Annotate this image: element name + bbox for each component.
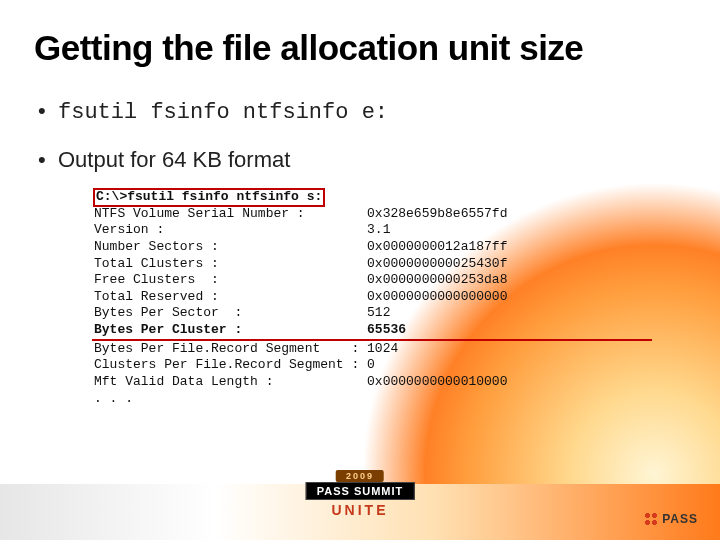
code-row: NTFS Volume Serial Number : 0x328e659b8e… xyxy=(92,206,652,223)
pass-logo-icon xyxy=(644,512,658,526)
code-row: Number Sectors : 0x0000000012a187ff xyxy=(92,239,652,256)
code-value: 0x0000000000010000 xyxy=(367,374,507,389)
code-value: 0x328e659b8e6557fd xyxy=(367,206,507,221)
code-row: Mft Valid Data Length : 0x00000000000100… xyxy=(92,374,652,391)
code-label: Free Clusters : xyxy=(94,272,367,287)
code-label: Version : xyxy=(94,222,367,237)
code-value: 0x0000000012a187ff xyxy=(367,239,507,254)
conference-badge: 2009 PASS SUMMIT UNITE xyxy=(306,465,415,518)
code-row: Version : 3.1 xyxy=(92,222,652,239)
code-label: Mft Valid Data Length : xyxy=(94,374,367,389)
pass-logo-text: PASS xyxy=(662,512,698,526)
bullet-list: fsutil fsinfo ntfsinfo e: Output for 64 … xyxy=(34,98,686,173)
code-prompt: C:\>fsutil fsinfo ntfsinfo s: xyxy=(94,189,324,206)
code-label: Clusters Per File.Record Segment : xyxy=(94,357,367,372)
code-label: Total Reserved : xyxy=(94,289,367,304)
badge-main: PASS SUMMIT xyxy=(306,482,415,500)
code-value: 0x0000000000253da8 xyxy=(367,272,507,287)
code-label: Total Clusters : xyxy=(94,256,367,271)
code-value: 1024 xyxy=(367,341,398,356)
bullet-output: Output for 64 KB format xyxy=(34,147,686,173)
code-ellipsis: . . . xyxy=(92,391,652,408)
code-value: 0x0000000000000000 xyxy=(367,289,507,304)
code-row: Bytes Per File.Record Segment : 1024 xyxy=(92,341,652,358)
badge-year: 2009 xyxy=(336,470,384,482)
code-output-block: C:\>fsutil fsinfo ntfsinfo s: NTFS Volum… xyxy=(92,189,652,407)
code-prompt-line: C:\>fsutil fsinfo ntfsinfo s: xyxy=(92,189,652,206)
code-value: 65536 xyxy=(367,322,406,337)
code-row: Total Reserved : 0x0000000000000000 xyxy=(92,289,652,306)
bullet-command: fsutil fsinfo ntfsinfo e: xyxy=(34,98,686,125)
code-label: NTFS Volume Serial Number : xyxy=(94,206,367,221)
code-value: 3.1 xyxy=(367,222,390,237)
output-label: Output for 64 KB format xyxy=(58,147,290,172)
code-label: Bytes Per File.Record Segment : xyxy=(94,341,367,356)
code-label: Bytes Per Cluster : xyxy=(94,322,367,337)
pass-logo: PASS xyxy=(644,512,698,526)
code-row: Bytes Per Cluster : 65536 xyxy=(92,322,652,341)
code-value: 0 xyxy=(367,357,375,372)
code-row: Bytes Per Sector : 512 xyxy=(92,305,652,322)
command-text: fsutil fsinfo ntfsinfo e: xyxy=(58,100,388,125)
code-row: Free Clusters : 0x0000000000253da8 xyxy=(92,272,652,289)
slide-title: Getting the file allocation unit size xyxy=(34,28,686,68)
code-label: Number Sectors : xyxy=(94,239,367,254)
code-label: Bytes Per Sector : xyxy=(94,305,367,320)
code-row: Clusters Per File.Record Segment : 0 xyxy=(92,357,652,374)
code-value: 0x000000000025430f xyxy=(367,256,507,271)
code-value: 512 xyxy=(367,305,390,320)
badge-sub: UNITE xyxy=(306,502,415,518)
code-row: Total Clusters : 0x000000000025430f xyxy=(92,256,652,273)
